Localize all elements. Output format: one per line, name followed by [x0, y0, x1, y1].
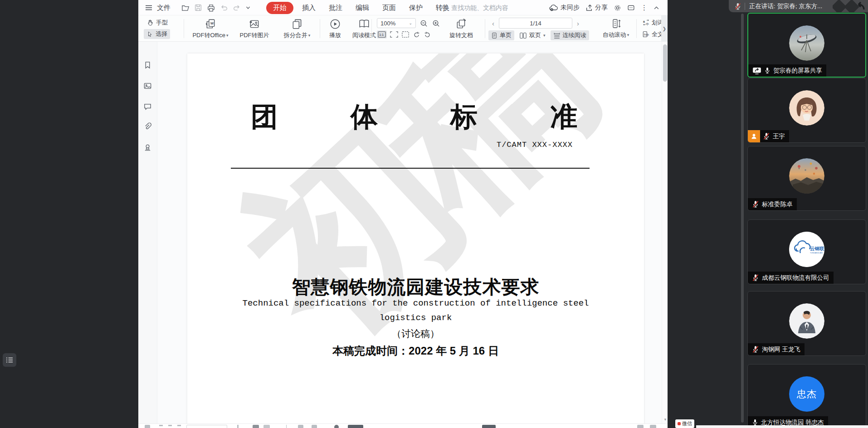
- statusbar-icon[interactable]: [237, 425, 239, 428]
- next-page-icon[interactable]: ›: [575, 19, 581, 27]
- zoom-in-icon[interactable]: [432, 19, 440, 28]
- pdf-viewer[interactable]: 初稿 团体标准 T/CAMT XXX-XXXX 智慧钢铁物流园建设技术要求 Te…: [157, 42, 668, 423]
- prev-page-icon[interactable]: ‹: [490, 19, 496, 27]
- svg-text:中: 中: [646, 33, 649, 37]
- scrollbar-thumb[interactable]: [663, 44, 667, 82]
- collapse-ribbon-icon[interactable]: [653, 5, 659, 11]
- split-merge-button[interactable]: 拆分合并▾: [278, 18, 316, 39]
- fit-page-icon[interactable]: [401, 31, 410, 38]
- tab-home[interactable]: 开始: [266, 2, 293, 14]
- tab-comment[interactable]: 批注: [324, 2, 347, 14]
- participant-tile[interactable]: 标准委陈卓: [747, 146, 866, 211]
- statusbar-icon[interactable]: [637, 425, 644, 428]
- participant-tile[interactable]: 云钢联 YUNGANGLIAN 成都云钢联物流有限公司: [747, 219, 866, 284]
- standard-type-heading: 团体标准: [251, 99, 577, 136]
- attachment-icon[interactable]: [143, 122, 152, 131]
- hamburger-menu-icon[interactable]: [145, 4, 153, 12]
- read-mode-button[interactable]: 阅读模式: [348, 18, 380, 39]
- statusbar-icon[interactable]: [263, 425, 270, 428]
- zoom-level-select[interactable]: 100%⌄: [377, 18, 416, 28]
- statusbar-icon[interactable]: [253, 425, 259, 428]
- ribbon-toolbar: 手型 选择 W PDF转Office▾ PDF转图片 拆分合并▾ 播放: [138, 15, 668, 42]
- single-page-button[interactable]: 单页: [488, 30, 514, 40]
- participant-tile[interactable]: 王宇: [747, 78, 866, 143]
- page-indicator-input[interactable]: [499, 18, 572, 29]
- seal-stamp-icon[interactable]: [143, 143, 152, 152]
- ribbon-expander[interactable]: ❯: [661, 15, 668, 42]
- document-subtitle-en-2: logistics park: [187, 313, 644, 323]
- participant-tile[interactable]: 贺宗春的屏幕共享: [747, 13, 866, 78]
- tab-edit[interactable]: 编辑: [351, 2, 374, 14]
- open-file-icon[interactable]: [181, 4, 190, 12]
- statusbar-icon[interactable]: [334, 425, 339, 428]
- statusbar-icon[interactable]: [348, 425, 363, 428]
- statusbar-icon[interactable]: [159, 425, 163, 426]
- select-tool[interactable]: 选择: [144, 29, 170, 39]
- fit-width-icon[interactable]: [390, 31, 398, 38]
- rotate-left-icon[interactable]: [413, 31, 420, 38]
- svg-text:a: a: [643, 20, 645, 24]
- tab-protect[interactable]: 保护: [405, 2, 427, 14]
- hand-tool[interactable]: 手型: [144, 18, 171, 28]
- avatar: [789, 158, 824, 194]
- bookmark-icon[interactable]: [143, 61, 152, 69]
- continuous-read-button[interactable]: 连续阅读: [551, 30, 589, 40]
- statusbar-icon[interactable]: [482, 425, 496, 428]
- desktop-list-widget[interactable]: [3, 353, 16, 367]
- statusbar-input[interactable]: [186, 425, 227, 428]
- pdf-to-image-button[interactable]: PDF转图片: [235, 18, 273, 39]
- pdf-to-office-button[interactable]: W PDF转Office▾: [191, 18, 230, 39]
- svg-text:YUNGANGLIAN: YUNGANGLIAN: [810, 252, 823, 254]
- participant-name: 淘钢网 王龙飞: [762, 345, 800, 354]
- save-icon[interactable]: [194, 4, 202, 12]
- strip-decorations: [833, 0, 867, 12]
- status-bar: [138, 423, 668, 428]
- actual-size-button[interactable]: 1:1: [377, 30, 387, 39]
- standard-code: T/CAMT XXX-XXXX: [497, 141, 573, 149]
- print-icon[interactable]: [207, 4, 215, 12]
- feedback-chat-icon[interactable]: [627, 4, 635, 12]
- statusbar-divider: [286, 425, 287, 428]
- statusbar-icon[interactable]: [650, 425, 656, 428]
- participant-tile[interactable]: 淘钢网 王龙飞: [747, 291, 866, 356]
- image-panel-icon[interactable]: [143, 82, 152, 90]
- participants-scrollbar[interactable]: [741, 14, 744, 423]
- auto-scroll-button[interactable]: 自动滚动▾: [600, 18, 632, 39]
- sync-status[interactable]: 未同步: [549, 4, 580, 12]
- redo-icon[interactable]: [233, 4, 241, 12]
- host-badge-icon: [748, 130, 760, 142]
- search-box[interactable]: [441, 2, 509, 13]
- document-scrollbar[interactable]: ▼: [662, 42, 668, 423]
- wechat-notification[interactable]: 微信: [675, 419, 694, 428]
- rotate-right-icon[interactable]: [424, 31, 431, 38]
- scroll-down-arrow[interactable]: ▼: [663, 418, 667, 422]
- double-page-button[interactable]: 双页▾: [517, 30, 548, 40]
- undo-icon[interactable]: [220, 4, 228, 12]
- rotate-document-button[interactable]: 旋转文档: [443, 18, 479, 39]
- speaking-banner: 正在讲话: 贺宗春; 京东方...: [749, 2, 822, 10]
- statusbar-icon[interactable]: [298, 425, 303, 428]
- search-input[interactable]: [451, 4, 509, 11]
- more-options-icon[interactable]: ⋮: [641, 4, 648, 12]
- muted-mic-icon[interactable]: [734, 2, 741, 10]
- share-icon: [585, 4, 593, 11]
- tab-page[interactable]: 页面: [378, 2, 400, 14]
- more-commands-icon[interactable]: [245, 5, 251, 10]
- play-button[interactable]: 播放: [323, 18, 347, 39]
- statusbar-icon[interactable]: [168, 425, 172, 426]
- tab-insert[interactable]: 插入: [297, 2, 320, 14]
- zoom-out-icon[interactable]: [419, 19, 428, 28]
- search-icon: [441, 4, 449, 11]
- participant-name: 标准委陈卓: [762, 200, 793, 209]
- statusbar-icon[interactable]: [177, 425, 181, 426]
- participant-tile[interactable]: 忠杰 北方恒达物流园 韩忠杰: [747, 364, 866, 428]
- share-button[interactable]: 分享: [585, 4, 608, 12]
- document-area: 初稿 团体标准 T/CAMT XXX-XXXX 智慧钢铁物流园建设技术要求 Te…: [138, 42, 668, 423]
- left-sidebar: [138, 42, 157, 423]
- comment-panel-icon[interactable]: [143, 102, 152, 111]
- settings-gear-icon[interactable]: [614, 4, 621, 12]
- file-menu[interactable]: 文件: [157, 4, 171, 12]
- statusbar-icon[interactable]: [312, 425, 317, 428]
- statusbar-icon[interactable]: [145, 425, 150, 428]
- document-subtitle-en-1: Technical specifications for the constru…: [187, 298, 644, 308]
